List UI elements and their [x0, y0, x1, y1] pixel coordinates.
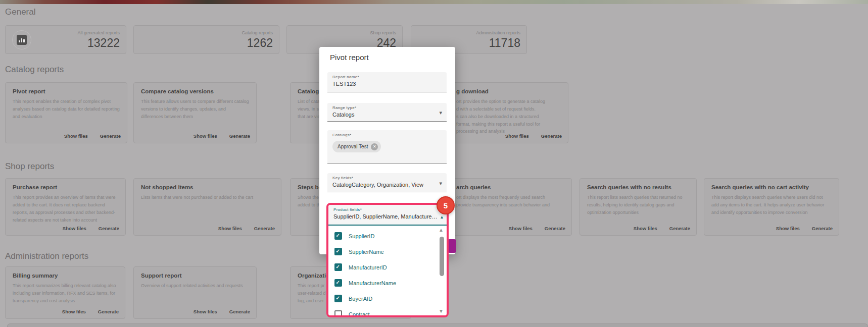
report-card-not-shopped-items: Not shopped items Lists items that were … — [133, 178, 281, 236]
report-card-support-report: Support report Overview of support relat… — [133, 266, 257, 319]
option-buyer-aid[interactable]: ✓ BuyerAID — [328, 291, 447, 306]
option-supplier-id[interactable]: ✓ SupplierID — [328, 228, 447, 244]
option-supplier-name[interactable]: ✓ SupplierName — [328, 244, 447, 259]
checkbox-icon[interactable]: ✓ — [334, 295, 342, 302]
report-name-value: TEST123 — [332, 81, 447, 87]
key-fields-value: CatalogCategory, Organization, View — [332, 182, 447, 188]
show-files-link[interactable]: Show files — [505, 133, 529, 139]
chip-label: Approval Test — [337, 144, 368, 149]
card-description: This report lists search queries that re… — [587, 194, 689, 216]
stat-card-catalog-reports: Catalog reports 1262 — [133, 25, 279, 54]
option-manufacturer-id[interactable]: ✓ ManufacturerID — [328, 259, 447, 275]
scroll-down-icon[interactable]: ▼ — [439, 308, 444, 314]
key-fields-select[interactable]: Key fields* CatalogCategory, Organizatio… — [327, 173, 447, 192]
annotation-marker — [448, 239, 456, 253]
show-files-link[interactable]: Show files — [218, 226, 242, 231]
checkbox-icon[interactable]: ✓ — [334, 310, 342, 315]
chevron-up-icon: ▴ — [441, 214, 443, 220]
show-files-link[interactable]: Show files — [194, 309, 217, 314]
card-title: Search queries with no cart activity — [711, 184, 832, 190]
checkbox-icon[interactable]: ✓ — [334, 248, 342, 255]
product-fields-select[interactable]: Product fields* SupplierID, SupplierName… — [328, 205, 447, 226]
option-contract[interactable]: ✓ Contract — [328, 306, 447, 315]
generate-link[interactable]: Generate — [99, 226, 119, 231]
option-label: SupplierID — [349, 233, 374, 239]
generate-link[interactable]: Generate — [541, 133, 562, 139]
card-description: This feature allows users to compare dif… — [141, 98, 249, 121]
generate-link[interactable]: Generate — [254, 226, 275, 231]
generate-link[interactable]: Generate — [229, 133, 250, 139]
card-title: Billing summary — [13, 272, 118, 279]
section-heading-shop: Shop reports — [5, 161, 54, 172]
option-label: ManufacturerID — [349, 264, 387, 270]
field-label: Report name* — [332, 72, 447, 79]
show-files-link[interactable]: Show files — [63, 226, 86, 231]
card-title: Pivot report — [13, 88, 120, 94]
card-description: This report enables the creation of comp… — [13, 98, 120, 121]
report-card-pivot-report: Pivot report This report enables the cre… — [5, 82, 127, 143]
dialog-title: Pivot report — [330, 53, 369, 62]
generate-link[interactable]: Generate — [100, 133, 121, 139]
card-description: Overview of support related activities a… — [141, 282, 249, 290]
option-label: Contract — [349, 311, 370, 316]
stat-label: Administration reports — [476, 30, 520, 35]
product-fields-dropdown: ✓ SupplierID ✓ SupplierName ✓ Manufactur… — [328, 226, 447, 315]
annotation-badge-5: 5 — [437, 196, 455, 214]
range-type-value: Catalogs — [332, 112, 447, 118]
card-description: ort provides the option to generate a ca… — [456, 98, 561, 135]
report-card-purchase-report: Purchase report This report provides an … — [5, 178, 126, 236]
card-description: This report displays search queries wher… — [711, 194, 832, 216]
generate-link[interactable]: Generate — [669, 226, 690, 231]
range-type-select[interactable]: Range type* Catalogs ▾ — [327, 103, 447, 122]
report-card-billing-summary: Billing summary This report summarizes b… — [5, 266, 125, 319]
stat-label: All generated reports — [77, 30, 120, 35]
show-files-link[interactable]: Show files — [776, 226, 800, 231]
stat-label: Catalog reports — [242, 30, 273, 35]
generate-link[interactable]: Generate — [229, 309, 250, 314]
card-description: ort displays the most frequently used se… — [456, 194, 564, 209]
catalogs-field[interactable]: Catalogs* Approval Test ✕ — [327, 130, 447, 164]
scroll-up-icon[interactable]: ▲ — [439, 227, 444, 233]
bottom-panel-edge — [7, 323, 868, 327]
report-name-field[interactable]: Report name* TEST123 — [327, 72, 447, 92]
reports-dashboard: General All generated reports 13222 Cata… — [0, 0, 868, 327]
chip-remove-icon[interactable]: ✕ — [371, 143, 378, 150]
stat-value: 1262 — [247, 36, 273, 50]
card-title: Not shopped items — [141, 184, 274, 190]
field-label: Product fields* — [333, 205, 447, 212]
card-title: Purchase report — [13, 184, 118, 190]
generate-link[interactable]: Generate — [812, 226, 833, 231]
report-card-catalog-download: g download ort provides the option to ge… — [445, 82, 568, 143]
option-manufacturer-name[interactable]: ✓ ManufacturerName — [328, 275, 447, 291]
field-label: Range type* — [332, 103, 447, 110]
bar-chart-icon — [12, 30, 31, 49]
catalog-chip: Approval Test ✕ — [332, 141, 381, 152]
show-files-link[interactable]: Show files — [634, 226, 657, 231]
card-title: Compare catalog versions — [141, 88, 249, 94]
chevron-down-icon: ▾ — [439, 180, 442, 187]
show-files-link[interactable]: Show files — [64, 133, 88, 139]
section-heading-general: General — [5, 7, 35, 17]
product-fields-highlight-box: Product fields* SupplierID, SupplierName… — [326, 203, 449, 317]
card-description: This report summarizes billing relevant … — [13, 282, 118, 305]
stat-card-all-generated: All generated reports 13222 — [5, 25, 126, 54]
show-files-link[interactable]: Show files — [62, 309, 86, 314]
report-card-compare-catalog-versions: Compare catalog versions This feature al… — [133, 82, 257, 143]
checkbox-icon[interactable]: ✓ — [334, 232, 342, 240]
scrollbar-thumb[interactable] — [440, 237, 444, 276]
section-heading-admin: Administration reports — [5, 251, 88, 261]
stat-value: 13222 — [87, 36, 120, 50]
checkbox-icon[interactable]: ✓ — [334, 263, 342, 271]
dropdown-scrollbar[interactable]: ▲ ▼ — [437, 227, 446, 314]
show-files-link[interactable]: Show files — [509, 226, 533, 231]
option-label: ManufacturerName — [349, 280, 396, 286]
stat-value: 11718 — [489, 36, 520, 50]
generate-link[interactable]: Generate — [545, 226, 565, 231]
checkbox-icon[interactable]: ✓ — [334, 279, 342, 287]
card-description: Lists items that were not purchased or a… — [141, 194, 274, 201]
generate-link[interactable]: Generate — [98, 309, 119, 314]
report-card-search-queries: arch queries ort displays the most frequ… — [447, 178, 572, 236]
show-files-link[interactable]: Show files — [194, 133, 217, 139]
field-label: Catalogs* — [332, 130, 447, 137]
card-title: Search queries with no results — [587, 184, 689, 190]
